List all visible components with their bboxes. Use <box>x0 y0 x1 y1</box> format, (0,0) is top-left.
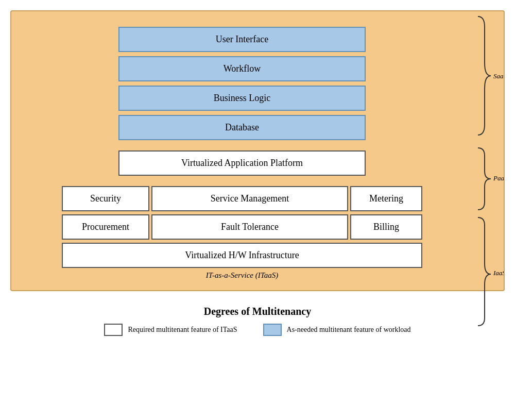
fault-tolerance-box: Fault Tolerance <box>151 214 348 240</box>
service-management-box: Service Management <box>151 186 348 211</box>
legend-items: Required multitenant feature of ITaaS As… <box>10 324 505 336</box>
hw-infrastructure-cell: Virtualized H/W Infrastructure <box>62 243 422 268</box>
legend-box-white <box>104 324 123 336</box>
billing-box: Billing <box>350 214 422 240</box>
hw-infrastructure-box: Virtualized H/W Infrastructure <box>62 243 422 268</box>
metering-cell: Metering <box>350 186 422 211</box>
security-box: Security <box>62 186 149 211</box>
service-management-cell: Service Management <box>151 186 348 211</box>
legend-title: Degrees of Multitenancy <box>10 306 505 317</box>
saas-layer: User Interface Workflow Business Logic D… <box>22 27 462 140</box>
procurement-cell: Procurement <box>62 214 149 240</box>
legend-label-white: Required multitenant feature of ITaaS <box>128 326 237 334</box>
content-wrapper: User Interface Workflow Business Logic D… <box>22 27 462 280</box>
iaas-layer: Security Service Management Metering Pro… <box>22 186 462 280</box>
procurement-box: Procurement <box>62 214 149 240</box>
billing-cell: Billing <box>350 214 422 240</box>
legend-box-blue <box>263 324 282 336</box>
saas-label: SaaS <box>493 72 504 80</box>
workflow-box: Workflow <box>118 56 366 81</box>
virtualized-app-platform-box: Virtualized Application Platform <box>118 150 366 176</box>
legend-label-blue: As-needed multitenant feature of workloa… <box>287 326 411 334</box>
security-cell: Security <box>62 186 149 211</box>
database-box: Database <box>118 115 366 140</box>
itaas-label: IT-as-a-Service (ITaaS) <box>22 271 462 280</box>
legend-item-blue: As-needed multitenant feature of workloa… <box>263 324 411 336</box>
legend-section: Degrees of Multitenancy Required multite… <box>10 300 505 341</box>
metering-box: Metering <box>350 186 422 211</box>
brace-svg: SaaS PaaS IaaS <box>475 11 504 331</box>
business-logic-box: Business Logic <box>118 86 366 111</box>
main-container: SaaS PaaS IaaS User Interface Workflow B… <box>10 10 505 341</box>
iaas-row-1: Security Service Management Metering <box>62 186 422 211</box>
user-interface-box: User Interface <box>118 27 366 52</box>
paas-layer: Virtualized Application Platform <box>22 150 462 176</box>
fault-tolerance-cell: Fault Tolerance <box>151 214 348 240</box>
iaas-label: IaaS <box>493 269 504 277</box>
paas-label: PaaS <box>493 174 504 182</box>
iaas-row-2: Procurement Fault Tolerance Billing <box>62 214 422 240</box>
diagram-area: SaaS PaaS IaaS User Interface Workflow B… <box>10 10 505 291</box>
legend-item-white: Required multitenant feature of ITaaS <box>104 324 237 336</box>
